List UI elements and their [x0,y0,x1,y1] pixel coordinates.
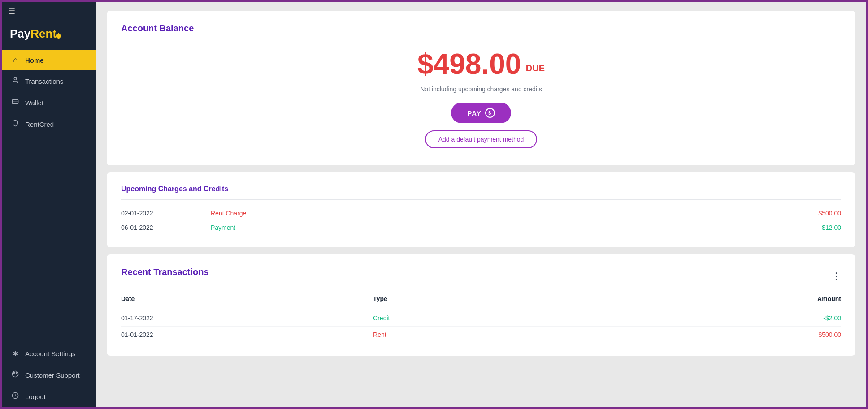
rentcred-icon [11,120,20,129]
sidebar-item-logout[interactable]: Logout [2,386,96,407]
sidebar-item-rentcred-label: RentCred [25,121,54,128]
sidebar-top-bar: ☰ [2,2,96,21]
svg-point-2 [12,371,18,377]
sidebar-item-transactions-label: Transactions [25,77,63,85]
svg-rect-1 [12,99,18,103]
charge-date-1: 06-01-2022 [121,224,211,231]
sidebar-item-home-label: Home [25,56,44,64]
svg-point-0 [14,77,16,80]
sidebar-item-transactions[interactable]: Transactions [2,70,96,92]
sidebar-item-customer-support[interactable]: Customer Support [2,364,96,386]
support-icon [11,370,20,379]
charge-amount-1: $12.00 [796,224,841,231]
recent-transactions-card: Recent Transactions ⋮ Date Type Amount 0… [107,254,855,356]
transaction-type-0: Credit [373,314,625,322]
sidebar-item-rentcred[interactable]: RentCred [2,113,96,135]
sidebar-item-wallet-label: Wallet [25,99,43,107]
upcoming-charges-title: Upcoming Charges and Credits [121,185,841,200]
pay-dollar-icon: $ [485,108,495,118]
charge-row-1: 06-01-2022 Payment $12.00 [121,220,841,235]
charge-amount-0: $500.00 [796,210,841,217]
add-payment-method-button[interactable]: Add a default payment method [425,130,538,148]
wallet-icon [11,98,20,107]
app-logo: PayRent [10,27,61,41]
transaction-row-1: 01-01-2022 Rent $500.00 [121,327,841,343]
settings-icon: ✱ [11,349,20,358]
col-header-date: Date [121,295,373,302]
sidebar: ☰ PayRent ⌂ Home Transactions [2,2,96,407]
col-header-type: Type [373,295,625,302]
balance-amount: $498.00 [417,48,521,80]
charge-date-0: 02-01-2022 [121,210,211,217]
transaction-type-1: Rent [373,331,625,338]
svg-point-3 [13,372,15,374]
sidebar-item-home[interactable]: ⌂ Home [2,50,96,70]
transaction-date-1: 01-01-2022 [121,331,373,338]
recent-transactions-title: Recent Transactions [121,267,209,277]
balance-subtitle: Not including upcoming charges and credi… [420,86,542,93]
transactions-table-header: Date Type Amount [121,292,841,306]
transactions-header: Recent Transactions ⋮ [121,267,841,284]
sidebar-item-customer-support-label: Customer Support [25,371,80,379]
sidebar-item-wallet[interactable]: Wallet [2,92,96,113]
more-options-icon[interactable]: ⋮ [832,271,841,281]
home-icon: ⌂ [11,56,20,64]
main-content: Account Balance $498.00 DUE Not includin… [96,2,866,407]
transaction-date-0: 01-17-2022 [121,314,373,322]
transaction-amount-0: -$2.00 [625,314,841,322]
transaction-amount-1: $500.00 [625,331,841,338]
sidebar-item-account-settings-label: Account Settings [25,350,76,357]
balance-display: $498.00 DUE [417,50,545,78]
svg-point-4 [16,372,17,374]
upcoming-charges-card: Upcoming Charges and Credits 02-01-2022 … [107,172,855,247]
charge-row-0: 02-01-2022 Rent Charge $500.00 [121,206,841,220]
nav-items: ⌂ Home Transactions Wallet [2,50,96,407]
pay-button[interactable]: PAY $ [451,103,511,123]
charges-list: 02-01-2022 Rent Charge $500.00 06-01-202… [121,206,841,235]
collapse-icon[interactable]: ☰ [8,6,15,16]
logo-area: PayRent [2,21,96,50]
transaction-row-0: 01-17-2022 Credit -$2.00 [121,310,841,327]
pay-button-label: PAY [467,109,481,117]
transactions-list: 01-17-2022 Credit -$2.00 01-01-2022 Rent… [121,310,841,343]
col-header-amount: Amount [625,295,841,302]
charge-type-1: Payment [211,224,796,231]
sidebar-item-account-settings[interactable]: ✱ Account Settings [2,343,96,364]
transactions-icon [11,77,20,86]
charge-type-0: Rent Charge [211,210,796,217]
balance-due-label: DUE [526,63,545,73]
account-balance-card: Account Balance $498.00 DUE Not includin… [107,11,855,165]
account-balance-title: Account Balance [121,23,841,34]
sidebar-item-logout-label: Logout [25,393,46,400]
balance-section: $498.00 DUE Not including upcoming charg… [121,41,841,153]
logout-icon [11,392,20,401]
